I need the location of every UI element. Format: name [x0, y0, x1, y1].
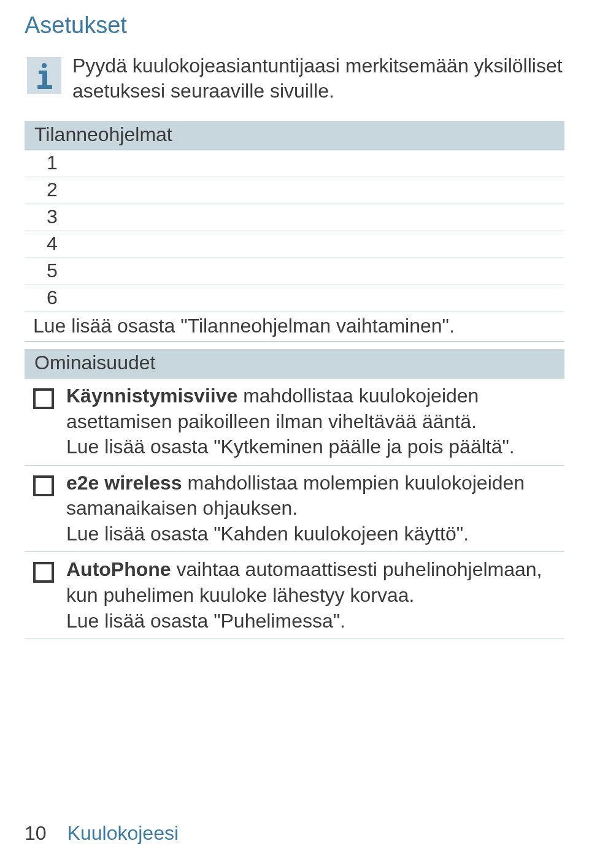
feature-bold: AutoPhone	[66, 558, 171, 580]
footer-crumb: Kuulokojeesi	[67, 822, 179, 845]
feature-bold: e2e wireless	[66, 472, 182, 494]
feature-more: Lue lisää osasta "Puhelimessa".	[66, 610, 345, 632]
program-row: 5	[25, 258, 564, 285]
feature-item: Käynnistymisviive mahdollistaa kuulokoje…	[25, 378, 564, 466]
checkbox[interactable]	[33, 562, 54, 583]
feature-more: Lue lisää osasta "Kytkeminen päälle ja p…	[66, 436, 515, 458]
info-icon	[27, 57, 61, 94]
program-row: 4	[25, 231, 564, 258]
program-row: 2	[25, 177, 564, 204]
feature-item: e2e wireless mahdollistaa molempien kuul…	[25, 466, 564, 553]
page-heading: Asetukset	[25, 12, 564, 39]
program-row: 3	[25, 204, 564, 231]
feature-item: AutoPhone vaihtaa automaattisesti puheli…	[25, 552, 564, 639]
feature-text: e2e wireless mahdollistaa molempien kuul…	[66, 470, 560, 547]
program-row: 6	[25, 285, 564, 312]
features-header: Ominaisuudet	[25, 349, 564, 378]
programs-note: Lue lisää osasta "Tilanneohjelman vaihta…	[25, 312, 564, 342]
feature-more: Lue lisää osasta "Kahden kuulokojeen käy…	[66, 523, 469, 545]
page-number: 10	[25, 822, 47, 845]
programs-list: 1 2 3 4 5 6	[25, 150, 564, 312]
info-text: Pyydä kuulokojeasiantuntijaasi merkitsem…	[72, 53, 564, 104]
programs-header: Tilanneohjelmat	[25, 121, 564, 150]
checkbox[interactable]	[33, 388, 54, 409]
feature-text: Käynnistymisviive mahdollistaa kuulokoje…	[66, 383, 560, 460]
info-callout: Pyydä kuulokojeasiantuntijaasi merkitsem…	[25, 53, 564, 104]
feature-bold: Käynnistymisviive	[66, 385, 237, 407]
checkbox[interactable]	[33, 475, 54, 496]
feature-text: AutoPhone vaihtaa automaattisesti puheli…	[66, 557, 560, 634]
page: Asetukset Pyydä kuulokojeasiantuntijaasi…	[0, 0, 589, 868]
program-row: 1	[25, 150, 564, 177]
footer: 10 Kuulokojeesi	[25, 822, 179, 845]
